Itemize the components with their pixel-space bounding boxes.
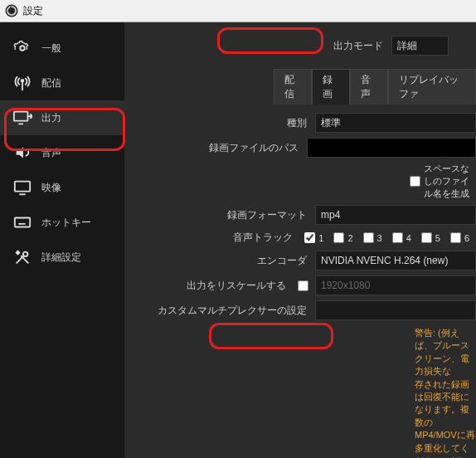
track-1-checkbox[interactable]: 1 xyxy=(301,230,323,246)
tab-record[interactable]: 録画 xyxy=(312,69,350,105)
monitor-icon xyxy=(12,178,33,197)
sidebar-item-label: 一般 xyxy=(41,41,61,56)
record-path-input[interactable] xyxy=(307,138,476,158)
sidebar-item-label: 音声 xyxy=(41,146,61,160)
svg-rect-7 xyxy=(15,182,30,192)
sidebar-item-label: 出力 xyxy=(41,111,61,125)
record-format-label: 録画フォーマット xyxy=(124,208,315,222)
tab-stream[interactable]: 配信 xyxy=(274,69,312,105)
record-format-select[interactable]: mp4 xyxy=(315,205,476,225)
sidebar-item-stream[interactable]: 配信 xyxy=(0,66,124,100)
tab-audio[interactable]: 音声 xyxy=(350,69,388,105)
tab-replay[interactable]: リプレイバッファ xyxy=(388,69,476,105)
sidebar-item-output[interactable]: 出力 xyxy=(0,100,124,135)
muxer-input[interactable] xyxy=(315,300,476,320)
sidebar-item-advanced[interactable]: 詳細設定 xyxy=(0,240,124,275)
highlight-rate-control xyxy=(209,323,333,349)
no-space-checkbox[interactable]: スペースなしのファイル名を生成 xyxy=(406,163,469,200)
sidebar-item-label: ホットキー xyxy=(41,216,91,230)
track-5-checkbox[interactable]: 5 xyxy=(418,230,440,246)
svg-rect-9 xyxy=(15,218,30,227)
warning-text: 警告: (例えば、ブルースクリーン、電力損失な 存された録画は回復不能になります… xyxy=(415,327,476,458)
record-path-label: 録画ファイルのパス xyxy=(124,141,307,155)
encoder-select[interactable]: NVIDIA NVENC H.264 (new) xyxy=(315,251,476,270)
record-type-label: 種別 xyxy=(124,116,315,130)
obs-icon xyxy=(5,4,18,17)
window-title: 設定 xyxy=(23,4,43,18)
output-mode-label: 出力モード xyxy=(124,39,391,53)
rescale-label: 出力をリスケールする xyxy=(124,279,294,293)
sidebar-item-general[interactable]: 一般 xyxy=(0,31,124,66)
record-type-select[interactable]: 標準 xyxy=(315,113,476,133)
svg-rect-5 xyxy=(14,112,28,121)
track-6-checkbox[interactable]: 6 xyxy=(447,230,469,246)
sidebar-item-audio[interactable]: 音声 xyxy=(0,135,124,170)
output-icon xyxy=(12,109,33,127)
rescale-select[interactable]: 1920x1080 xyxy=(315,275,476,295)
gear-icon xyxy=(12,39,33,57)
track-4-checkbox[interactable]: 4 xyxy=(389,230,411,246)
speaker-icon xyxy=(12,144,33,162)
keyboard-icon xyxy=(12,213,33,231)
tools-icon xyxy=(12,248,33,266)
rescale-checkbox[interactable] xyxy=(294,278,312,294)
sidebar-item-label: 詳細設定 xyxy=(41,251,81,265)
svg-point-2 xyxy=(20,46,25,51)
encoder-label: エンコーダ xyxy=(124,254,315,268)
svg-point-15 xyxy=(23,252,27,257)
antenna-icon xyxy=(12,74,33,92)
content-area: 出力モード 詳細 配信 録画 音声 リプレイバッファ 種別 標準 録画ファイルの… xyxy=(124,22,476,458)
sidebar-item-label: 映像 xyxy=(41,181,61,195)
sidebar-item-label: 配信 xyxy=(41,76,61,90)
title-bar: 設定 xyxy=(0,0,476,22)
output-tabs: 配信 録画 音声 リプレイバッファ xyxy=(274,69,476,105)
sidebar-item-hotkeys[interactable]: ホットキー xyxy=(0,205,124,240)
sidebar: 一般 配信 出力 xyxy=(0,22,124,458)
track-2-checkbox[interactable]: 2 xyxy=(330,230,352,246)
output-mode-select[interactable]: 詳細 xyxy=(391,36,449,56)
audio-tracks-label: 音声トラック xyxy=(124,231,301,245)
track-3-checkbox[interactable]: 3 xyxy=(360,230,382,246)
muxer-label: カスタムマルチプレクサーの設定 xyxy=(124,304,315,318)
sidebar-item-video[interactable]: 映像 xyxy=(0,170,124,205)
